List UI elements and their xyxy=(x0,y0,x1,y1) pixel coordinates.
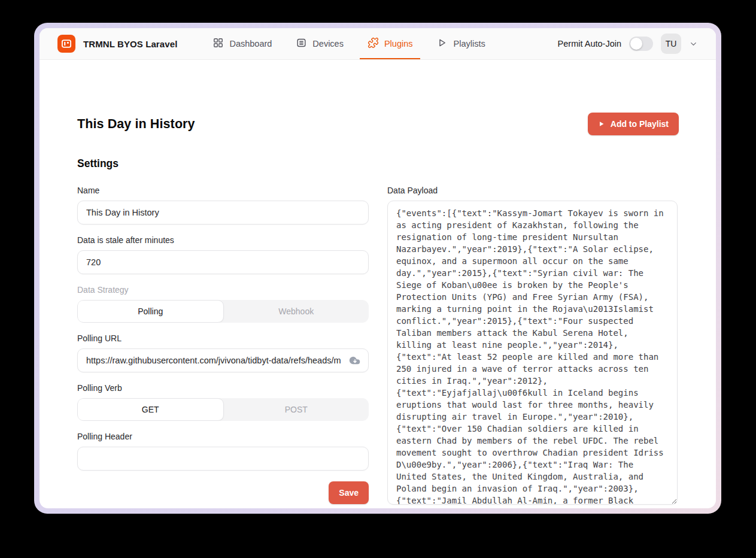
window-frame: TRMNL BYOS Laravel Dashboard xyxy=(34,23,721,514)
avatar[interactable]: TU xyxy=(661,34,681,54)
segment-get[interactable]: GET xyxy=(77,398,224,421)
polling-verb-group: Polling Verb GET POST xyxy=(77,383,369,421)
brand: TRMNL BYOS Laravel xyxy=(57,28,177,59)
stale-field-group: Data is stale after minutes xyxy=(77,235,369,274)
nav-label: Devices xyxy=(312,39,344,48)
name-input[interactable] xyxy=(77,201,369,225)
polling-url-label: Polling URL xyxy=(77,333,369,343)
name-label: Name xyxy=(77,186,369,195)
nav-item-dashboard[interactable]: Dashboard xyxy=(205,28,280,59)
puzzle-icon xyxy=(368,37,379,50)
nav-label: Dashboard xyxy=(229,39,272,48)
save-row: Save xyxy=(77,481,369,504)
brand-title: TRMNL BYOS Laravel xyxy=(83,39,177,49)
devices-icon xyxy=(296,37,307,50)
polling-header-input[interactable] xyxy=(77,447,369,471)
segment-polling[interactable]: Polling xyxy=(77,300,224,323)
add-to-playlist-button[interactable]: Add to Playlist xyxy=(588,113,679,135)
data-strategy-group: Data Strategy Polling Webhook xyxy=(77,285,369,323)
toggle-knob xyxy=(630,38,642,50)
nav-item-plugins[interactable]: Plugins xyxy=(360,28,421,59)
polling-verb-segmented: GET POST xyxy=(77,398,369,421)
main-content: This Day in History Add to Playlist Sett… xyxy=(40,60,716,507)
stale-label: Data is stale after minutes xyxy=(77,235,369,245)
data-payload-label: Data Payload xyxy=(387,186,678,195)
save-button[interactable]: Save xyxy=(329,481,369,504)
polling-header-label: Polling Header xyxy=(77,432,369,441)
settings-columns: Name Data is stale after minutes Data St… xyxy=(77,186,679,507)
name-field-group: Name xyxy=(77,186,369,225)
add-to-playlist-label: Add to Playlist xyxy=(611,119,669,129)
settings-form: Name Data is stale after minutes Data St… xyxy=(77,186,369,507)
topbar-right: Permit Auto-Join TU xyxy=(558,28,698,59)
stale-minutes-input[interactable] xyxy=(77,250,369,274)
title-row: This Day in History Add to Playlist xyxy=(77,113,679,135)
nav-label: Playlists xyxy=(453,39,485,48)
permit-auto-join-toggle[interactable] xyxy=(629,37,653,51)
grid-icon xyxy=(212,37,224,50)
play-filled-icon xyxy=(598,120,605,128)
segment-webhook[interactable]: Webhook xyxy=(224,300,369,323)
top-navigation-bar: TRMNL BYOS Laravel Dashboard xyxy=(40,28,716,60)
cloud-download-icon[interactable] xyxy=(348,354,361,367)
nav-label: Plugins xyxy=(384,39,413,48)
nav-item-devices[interactable]: Devices xyxy=(288,28,351,59)
polling-url-input[interactable] xyxy=(77,348,369,372)
main-nav: Dashboard Devices xyxy=(205,28,493,59)
polling-verb-label: Polling Verb xyxy=(77,383,369,393)
nav-item-playlists[interactable]: Playlists xyxy=(429,28,493,59)
segment-post[interactable]: POST xyxy=(224,398,369,421)
play-icon xyxy=(436,37,448,50)
payload-column: Data Payload {"events":[{"text":"Kassym-… xyxy=(387,186,678,507)
data-strategy-segmented: Polling Webhook xyxy=(77,300,369,323)
app-window: TRMNL BYOS Laravel Dashboard xyxy=(40,28,716,508)
data-strategy-label: Data Strategy xyxy=(77,285,369,295)
chevron-down-icon[interactable] xyxy=(689,40,698,48)
trmnl-logo-icon xyxy=(57,35,75,53)
data-payload-textarea[interactable]: {"events":[{"text":"Kassym-Jomart Tokaye… xyxy=(387,201,678,505)
page-title: This Day in History xyxy=(77,117,195,132)
settings-heading: Settings xyxy=(77,157,679,170)
permit-auto-join-label: Permit Auto-Join xyxy=(558,39,621,48)
polling-header-group: Polling Header xyxy=(77,432,369,471)
polling-url-group: Polling URL xyxy=(77,333,369,372)
